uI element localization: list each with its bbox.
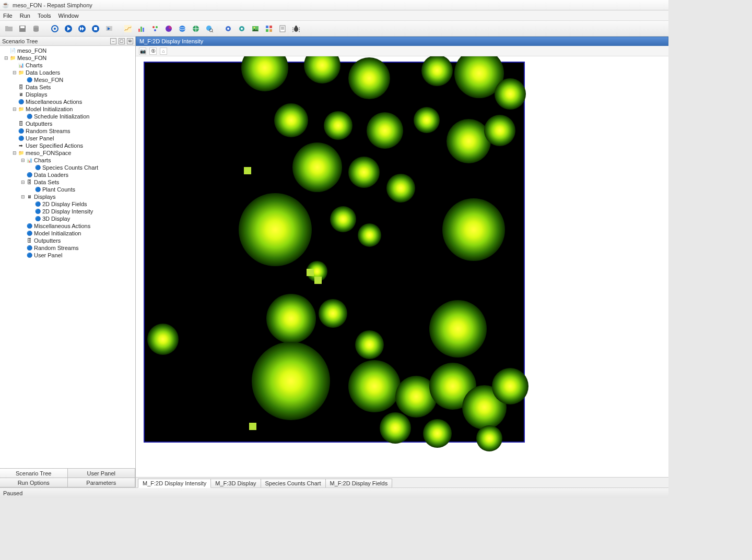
tree-item[interactable]: ⊟📁meso_FONSpace <box>1 149 134 157</box>
picture-icon[interactable] <box>250 23 261 34</box>
tree-item[interactable]: 🖥Displays <box>1 91 134 98</box>
tab-species-chart[interactable]: Species Counts Chart <box>261 479 326 487</box>
tree-item[interactable]: 🔵Data Loaders <box>1 171 134 178</box>
intensity-blob <box>476 425 502 451</box>
tree-item[interactable]: 🔵2D Display Fields <box>1 200 134 208</box>
tree-item-label: Displays <box>25 91 48 98</box>
intensity-blob <box>484 115 515 146</box>
tree-item[interactable]: 🔵Miscellaneous Actions <box>1 98 134 105</box>
step-icon[interactable] <box>103 23 115 34</box>
chart-pie-icon[interactable] <box>163 23 174 34</box>
svg-rect-11 <box>138 29 140 32</box>
tree-item[interactable]: 🔵Meso_FON <box>1 76 134 84</box>
tree-item[interactable]: 📊Charts <box>1 62 134 69</box>
menu-file[interactable]: File <box>3 13 13 19</box>
globe-blue-icon[interactable] <box>177 23 188 34</box>
tree-item-label: Meso_FON <box>33 76 63 84</box>
tab-user-panel[interactable]: User Panel <box>67 468 136 478</box>
camera-icon[interactable]: 📷 <box>139 47 146 55</box>
intensity-blob <box>423 419 452 448</box>
sidebar-tabs: Scenario Tree User Panel Run Options Par… <box>0 468 135 487</box>
blob-layer <box>145 63 524 442</box>
tab-parameters[interactable]: Parameters <box>67 478 136 487</box>
fast-forward-icon[interactable] <box>76 23 88 34</box>
tree-item[interactable]: ⊟🖥Displays <box>1 193 134 200</box>
tab-2d-intensity[interactable]: M_F:2D Display Intensity <box>138 479 211 488</box>
tree-item[interactable]: ⊟📁Data Loaders <box>1 69 134 76</box>
tree-item-label: 3D Display <box>41 215 70 222</box>
intensity-blob <box>292 142 342 192</box>
tree-item[interactable]: 🔵Miscellaneous Actions <box>1 222 134 230</box>
agents-icon[interactable] <box>149 23 161 34</box>
tree-item[interactable]: 🔵Species Counts Chart <box>1 164 134 171</box>
intensity-blob <box>319 299 347 328</box>
tree-item[interactable]: 🔵Random Streams <box>1 244 134 252</box>
menu-run[interactable]: Run <box>20 13 30 19</box>
tree-item-label: Miscellaneous Actions <box>33 222 90 230</box>
tree-item-label: Plant Counts <box>41 186 75 193</box>
svg-point-28 <box>254 27 255 28</box>
scenario-tree[interactable]: 📄meso_FON⊟📁Meso_FON📊Charts⊟📁Data Loaders… <box>0 46 135 468</box>
statusbar: Paused <box>0 487 668 498</box>
tree-item[interactable]: 🔵Model Initialization <box>1 230 134 237</box>
chart-bar-icon[interactable] <box>136 23 147 34</box>
tree-item[interactable]: ➡User Specified Actions <box>1 142 134 149</box>
tab-scenario-tree[interactable]: Scenario Tree <box>0 468 68 478</box>
gear-teal-icon[interactable] <box>236 23 248 34</box>
menubar: File Run Tools Window <box>0 10 668 21</box>
globe-green-icon[interactable] <box>190 23 202 34</box>
open-folder-icon[interactable] <box>3 23 15 34</box>
sidebar-title: Scenario Tree <box>2 38 38 44</box>
minimize-icon[interactable]: – <box>110 38 116 44</box>
menu-tools[interactable]: Tools <box>38 13 51 19</box>
restore-icon[interactable]: ⧉ <box>127 38 133 44</box>
tree-item[interactable]: 🔵User Panel <box>1 135 134 142</box>
tab-run-options[interactable]: Run Options <box>0 478 68 487</box>
tree-item[interactable]: 🔵Schedule Initialization <box>1 113 134 120</box>
target-icon[interactable]: ⦿ <box>149 47 157 55</box>
tree-item[interactable]: 🔵2D Display Intensity <box>1 208 134 215</box>
tree-item[interactable]: 🗄Outputters <box>1 237 134 244</box>
save-icon[interactable] <box>17 23 28 34</box>
tree-item[interactable]: ⊟📊Charts <box>1 157 134 164</box>
svg-rect-33 <box>280 26 285 32</box>
gear-blue-icon[interactable] <box>222 23 234 34</box>
simulation-canvas[interactable] <box>144 62 525 443</box>
tab-3d-display[interactable]: M_F:3D Display <box>210 479 261 487</box>
svg-point-2 <box>33 26 39 28</box>
intensity-blob <box>274 103 308 137</box>
svg-point-16 <box>154 29 156 31</box>
stop-icon[interactable] <box>90 23 101 34</box>
chart-line-icon[interactable] <box>122 23 134 34</box>
tree-item[interactable]: ⊟📁Model Initialization <box>1 105 134 113</box>
svg-point-24 <box>227 28 229 30</box>
database-icon[interactable] <box>30 23 42 34</box>
bug-icon[interactable] <box>290 23 302 34</box>
intensity-blob <box>324 111 352 140</box>
grid-icon[interactable] <box>263 23 275 34</box>
tree-item-label: meso_FONSpace <box>25 149 71 157</box>
menu-window[interactable]: Window <box>58 13 79 19</box>
home-icon[interactable]: ⌂ <box>160 47 167 55</box>
tree-item-label: Charts <box>33 157 51 164</box>
tree-item[interactable]: 📄meso_FON <box>1 47 134 54</box>
play-icon[interactable] <box>63 23 74 34</box>
tree-item[interactable]: 🔵Random Streams <box>1 127 134 135</box>
intensity-pixel <box>244 167 251 174</box>
sidebar: Scenario Tree – ▢ ⧉ 📄meso_FON⊟📁Meso_FON📊… <box>0 37 136 487</box>
tree-item[interactable]: ⊟🗄Data Sets <box>1 178 134 186</box>
search-globe-icon[interactable] <box>204 23 215 34</box>
tree-item[interactable]: 🗄Outputters <box>1 120 134 127</box>
tree-item[interactable]: 🔵User Panel <box>1 252 134 259</box>
sidebar-header: Scenario Tree – ▢ ⧉ <box>0 37 135 46</box>
tab-2d-fields[interactable]: M_F:2D Display Fields <box>325 479 393 487</box>
tree-item[interactable]: 🗄Data Sets <box>1 84 134 91</box>
reset-icon[interactable] <box>49 23 61 34</box>
tree-item[interactable]: 🔵Plant Counts <box>1 186 134 193</box>
maximize-icon[interactable]: ▢ <box>119 38 125 44</box>
view-title: M_F:2D Display Intensity <box>139 38 203 44</box>
document-icon[interactable] <box>277 23 288 34</box>
tree-item[interactable]: ⊟📁Meso_FON <box>1 54 134 62</box>
intensity-pixel <box>314 277 322 284</box>
tree-item[interactable]: 🔵3D Display <box>1 215 134 222</box>
